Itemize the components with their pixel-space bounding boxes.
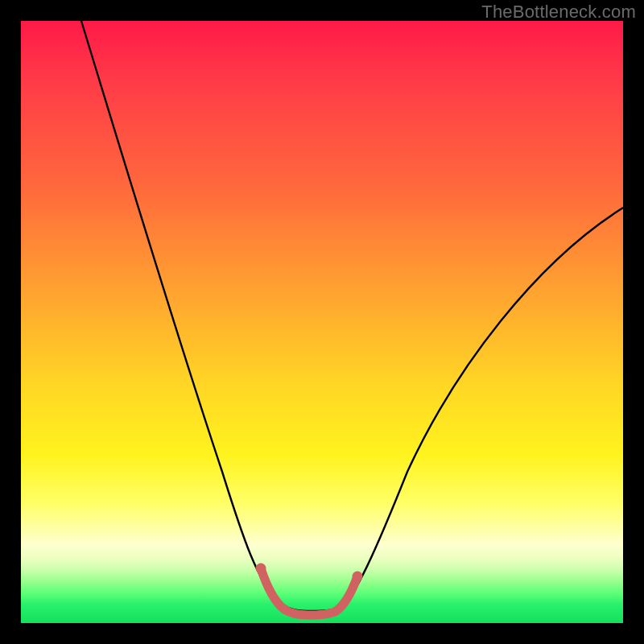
optimal-range-marker-path bbox=[261, 568, 357, 615]
watermark-label: TheBottleneck.com bbox=[481, 2, 636, 23]
plot-area bbox=[21, 21, 623, 623]
marker-dot-right bbox=[353, 572, 363, 582]
chart-frame: TheBottleneck.com bbox=[0, 0, 644, 644]
bottleneck-curve-path bbox=[81, 21, 623, 611]
plot-svg bbox=[21, 21, 623, 623]
marker-dot-left bbox=[256, 564, 266, 574]
